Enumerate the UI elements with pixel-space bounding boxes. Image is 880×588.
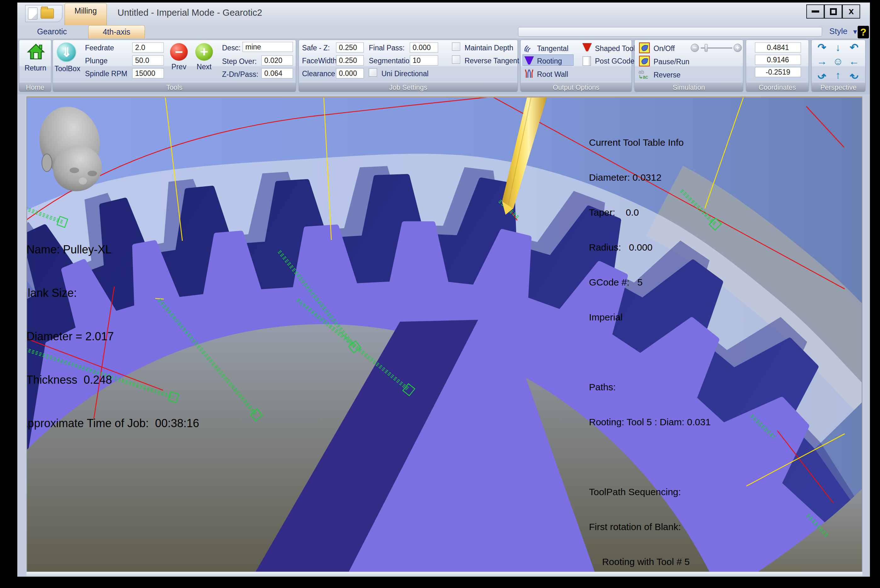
- tab-gearotic[interactable]: Gearotic: [24, 25, 80, 38]
- reset-view-icon[interactable]: ☺: [830, 54, 846, 68]
- clearance-field[interactable]: 0.000: [336, 68, 364, 78]
- status-strip: [27, 572, 862, 577]
- root-wall-icon[interactable]: [524, 69, 535, 78]
- finalpass-field[interactable]: 0.000: [410, 42, 438, 52]
- perspective-grid: ↷ ↓ ↶ → ☺ ← ↷ ↑ ↶: [814, 40, 862, 82]
- blank-size-header: Blank Size:: [27, 286, 199, 300]
- group-label-perspective: Perspective: [812, 83, 865, 92]
- sim-onoff-icon[interactable]: [639, 42, 650, 53]
- tool-gcode-number: GCode #: 5: [589, 276, 710, 288]
- group-coordinates: 0.4841 0.9146 -0.2519 Coordinates: [746, 40, 809, 92]
- zdnpass-label: Z-Dn/Pass:: [222, 70, 258, 79]
- minimize-icon: [812, 10, 819, 13]
- pan-left-icon[interactable]: ←: [846, 54, 862, 68]
- home-icon[interactable]: [27, 42, 45, 61]
- blank-info-overlay: Name: Pulley-XL Blank Size: Diameter = 2…: [27, 213, 199, 460]
- help-button[interactable]: ?: [857, 26, 869, 38]
- next-tool-icon[interactable]: +: [195, 43, 213, 61]
- blank-diameter: Diameter = 2.017: [27, 329, 199, 344]
- stepover-field[interactable]: 0.020: [261, 56, 293, 66]
- toolbox-button[interactable]: ToolBox: [53, 64, 82, 73]
- unidirectional-label: Uni Directional: [381, 70, 429, 78]
- tangental-option[interactable]: Tangental: [537, 44, 569, 53]
- unidirectional-checkbox[interactable]: [369, 68, 377, 76]
- shaped-tool-icon[interactable]: [583, 43, 592, 51]
- group-tools: ⇓ ToolBox Feedrate 2.0 Plunge 50.0 Spind…: [53, 40, 296, 92]
- prev-tool-button[interactable]: Prev: [167, 63, 191, 71]
- ribbon: Return Home ⇓ ToolBox Feedrate 2.0 Plung…: [17, 38, 870, 94]
- style-menu[interactable]: Style: [829, 27, 848, 36]
- rotate-cw-down-icon[interactable]: ↷: [814, 40, 830, 54]
- return-button[interactable]: Return: [19, 64, 52, 72]
- toolbox-icon[interactable]: ⇓: [57, 42, 76, 62]
- blank-name: Name: Pulley-XL: [27, 242, 199, 257]
- finalpass-label: Final Pass:: [369, 44, 405, 52]
- rotate-cw-up-icon[interactable]: ↷: [814, 68, 830, 82]
- tab-4th-axis[interactable]: 4th-axis: [88, 25, 145, 38]
- pan-up-icon[interactable]: ↑: [830, 68, 846, 82]
- paths-header: Paths:: [589, 381, 710, 393]
- next-tool-button[interactable]: Next: [192, 63, 216, 71]
- chevron-down-icon[interactable]: ▼: [852, 28, 858, 36]
- group-label-job-settings: Job Settings: [299, 83, 518, 92]
- group-label-simulation: Simulation: [635, 83, 743, 92]
- maximize-button[interactable]: [824, 4, 842, 19]
- open-file-icon[interactable]: [41, 9, 54, 19]
- maintain-depth-checkbox[interactable]: [452, 42, 460, 51]
- maximize-icon: [830, 8, 837, 15]
- zdnpass-field[interactable]: 0.064: [261, 68, 293, 78]
- group-label-output-options: Output Options: [521, 83, 632, 92]
- close-button[interactable]: x: [842, 4, 860, 19]
- tool-info-overlay: Current Tool Table Info Diameter: 0.0312…: [589, 113, 710, 572]
- blank-thickness: Thickness 0.248: [27, 373, 199, 387]
- rooting-option[interactable]: Rooting: [537, 57, 562, 66]
- toolbar-track[interactable]: [518, 27, 822, 36]
- reverse-icon-bottom: ↳ac: [638, 74, 648, 80]
- sim-speed-plus-icon[interactable]: +: [734, 44, 742, 52]
- coordinate-y-field: 0.9146: [755, 55, 801, 65]
- shaped-tool-option[interactable]: Shaped Tool: [595, 44, 635, 53]
- maintain-depth-label: Maintain Depth: [464, 44, 514, 52]
- pan-right-icon[interactable]: →: [814, 54, 830, 68]
- job-time: Approximate Time of Job: 00:38:16: [27, 416, 199, 430]
- coordinate-z-field: -0.2519: [755, 67, 801, 77]
- safez-field[interactable]: 0.250: [336, 42, 364, 52]
- sim-pauserun-button[interactable]: Pause/Run: [653, 58, 689, 66]
- new-file-icon[interactable]: [28, 8, 38, 20]
- rotate-ccw-up-icon[interactable]: ↶: [846, 68, 862, 82]
- desc-field[interactable]: mine: [243, 42, 293, 52]
- app-screen: » Milling Untitled - Imperial Mode - Gea…: [0, 0, 880, 588]
- sim-onoff-button[interactable]: On/Off: [653, 44, 675, 53]
- spindle-rpm-field[interactable]: 15000: [132, 68, 164, 78]
- group-label-home: Home: [19, 83, 51, 92]
- sequencing-line2: Rooting with Tool # 5: [589, 556, 710, 567]
- tab-milling[interactable]: Milling: [65, 3, 107, 25]
- segmentation-field[interactable]: 10: [410, 56, 438, 66]
- post-gcode-option[interactable]: Post GCode: [595, 57, 634, 66]
- desc-label: Desc:: [222, 44, 240, 52]
- spacer: [589, 451, 710, 463]
- rotate-ccw-down-icon[interactable]: ↶: [846, 40, 862, 54]
- post-gcode-icon[interactable]: [583, 56, 591, 66]
- facewidth-label: FaceWidth: [302, 57, 337, 65]
- tool-taper: Taper: 0.0: [589, 207, 710, 218]
- viewport-3d[interactable]: Name: Pulley-XL Blank Size: Diameter = 2…: [27, 96, 862, 572]
- sim-speed-minus-icon[interactable]: −: [691, 44, 699, 52]
- prev-tool-icon[interactable]: −: [170, 43, 188, 61]
- feedrate-field[interactable]: 2.0: [132, 42, 164, 52]
- sim-reverse-icon[interactable]: ab ↳ac: [638, 70, 651, 81]
- group-label-coordinates: Coordinates: [746, 83, 808, 92]
- sim-speed-thumb[interactable]: [704, 44, 708, 52]
- tool-diameter: Diameter: 0.0312: [589, 171, 710, 183]
- sim-reverse-button[interactable]: Reverse: [653, 71, 680, 80]
- tangental-icon[interactable]: [524, 43, 534, 52]
- coordinate-x-field: 0.4841: [755, 42, 801, 52]
- minimize-button[interactable]: [806, 4, 824, 19]
- plunge-field[interactable]: 50.0: [132, 56, 164, 66]
- sim-pauserun-icon[interactable]: [639, 56, 650, 66]
- reverse-tangent-checkbox[interactable]: [452, 56, 460, 64]
- root-wall-option[interactable]: Root Wall: [537, 70, 568, 79]
- group-label-tools: Tools: [53, 83, 296, 92]
- facewidth-field[interactable]: 0.250: [336, 56, 364, 66]
- pan-down-icon[interactable]: ↓: [830, 40, 846, 54]
